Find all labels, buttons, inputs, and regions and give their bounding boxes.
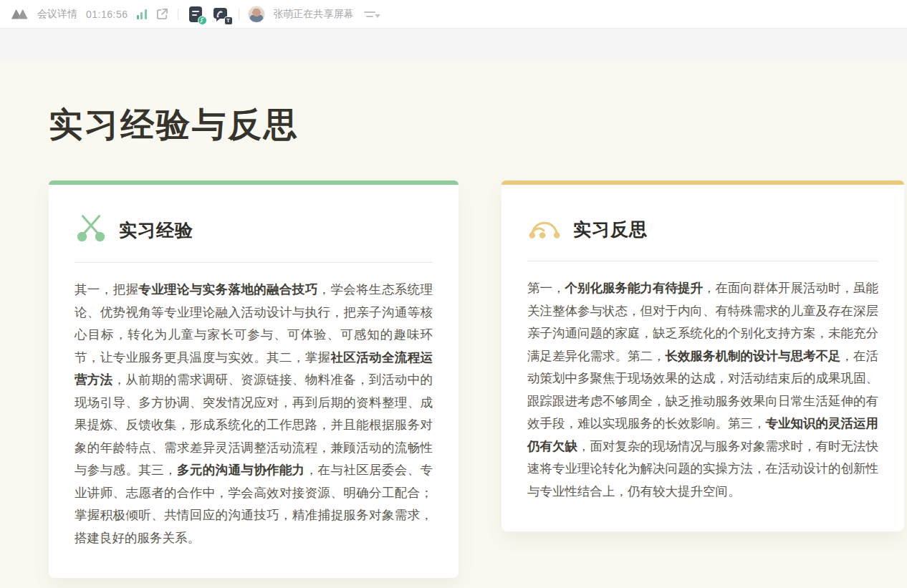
shared-document: 实习经验与反思 实习 xyxy=(0,61,907,587)
screen-share-status: 张萌正在共享屏幕 xyxy=(274,8,354,21)
share-options-icon[interactable] xyxy=(364,5,375,24)
meeting-app-logo-icon xyxy=(10,5,29,24)
experience-card: 实习经验 其一，把握专业理论与实务落地的融合技巧，学会将生态系统理论、优势视角等… xyxy=(49,180,459,578)
double-arc-icon xyxy=(527,212,562,246)
reflection-card: 实习反思 第一，个别化服务能力有待提升，在面向群体开展活动时，虽能关注整体参与状… xyxy=(502,180,904,531)
presenter-avatar[interactable] xyxy=(248,6,265,23)
cards-row: 实习经验 其一，把握专业理论与实务落地的融合技巧，学会将生态系统理论、优势视角等… xyxy=(49,180,907,578)
reflection-card-text: 第一，个别化服务能力有待提升，在面向群体开展活动时，虽能关注整体参与状态，但对于… xyxy=(527,277,878,503)
experience-card-header: 实习经验 xyxy=(75,212,433,263)
experience-card-title: 实习经验 xyxy=(119,218,193,242)
divider xyxy=(178,9,178,20)
golf-clubs-icon xyxy=(75,212,107,248)
reflection-card-title: 实习反思 xyxy=(573,218,648,241)
page-title: 实习经验与反思 xyxy=(49,102,907,148)
network-signal-icon xyxy=(137,9,147,19)
smart-recording-app-icon[interactable] xyxy=(187,6,204,23)
reflection-card-header: 实习反思 xyxy=(527,212,878,261)
meeting-details-link[interactable]: 会议详情 xyxy=(37,8,77,21)
meeting-timer: 01:16:56 xyxy=(86,9,128,20)
translate-badge: T xyxy=(224,16,233,25)
toolbar-band xyxy=(0,29,907,61)
experience-card-text: 其一，把握专业理论与实务落地的融合技巧，学会将生态系统理论、优势视角等专业理论融… xyxy=(75,279,433,549)
recording-badge-icon xyxy=(198,16,207,25)
translate-app-icon[interactable]: T xyxy=(213,6,230,23)
divider xyxy=(239,9,239,20)
external-link-icon[interactable] xyxy=(155,5,169,24)
meeting-top-bar: 会议详情 01:16:56 xyxy=(0,0,907,29)
